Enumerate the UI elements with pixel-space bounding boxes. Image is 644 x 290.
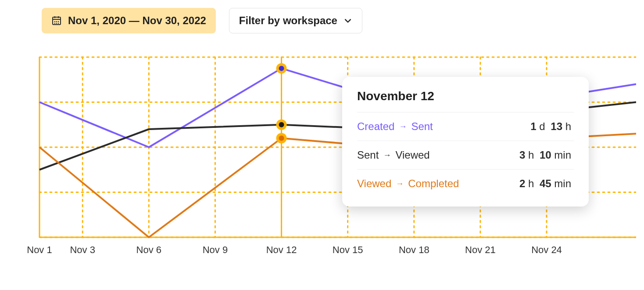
- tooltip-row: Created → Sent 1 d 13 h: [357, 112, 574, 141]
- svg-point-7: [54, 23, 55, 24]
- x-tick-label: Nov 15: [333, 244, 363, 255]
- svg-point-5: [56, 21, 57, 22]
- svg-point-6: [58, 21, 59, 22]
- chart-tooltip: November 12 Created → Sent 1 d 13 h Sent…: [342, 77, 589, 207]
- tooltip-title: November 12: [357, 89, 574, 112]
- arrow-right-icon: →: [396, 179, 404, 188]
- svg-point-4: [54, 21, 55, 22]
- arrow-right-icon: →: [399, 122, 407, 131]
- date-range-label: Nov 1, 2020 — Nov 30, 2022: [68, 14, 206, 27]
- calendar-icon: [51, 15, 62, 26]
- tooltip-row-label: Created → Sent: [357, 120, 433, 133]
- tooltip-row-value: 3 h 10 min: [519, 149, 574, 161]
- tooltip-row-value: 2 h 45 min: [519, 178, 574, 190]
- tooltip-row-value: 1 d 13 h: [530, 120, 574, 133]
- filter-workspace-button[interactable]: Filter by workspace: [229, 8, 362, 33]
- x-tick-label: Nov 12: [266, 244, 297, 255]
- x-tick-label: Nov 21: [465, 244, 496, 255]
- svg-point-8: [56, 23, 57, 24]
- arrow-right-icon: →: [383, 151, 391, 160]
- x-tick-label: Nov 24: [531, 244, 562, 255]
- toolbar: Nov 1, 2020 — Nov 30, 2022 Filter by wor…: [42, 8, 362, 33]
- tooltip-row-label: Viewed → Completed: [357, 178, 459, 190]
- svg-point-9: [58, 23, 59, 24]
- svg-point-27: [279, 66, 284, 71]
- svg-point-31: [279, 136, 284, 141]
- tooltip-row: Sent → Viewed 3 h 10 min: [357, 141, 574, 170]
- tooltip-row-label: Sent → Viewed: [357, 149, 430, 161]
- x-tick-label: Nov 1: [27, 244, 52, 255]
- x-tick-label: Nov 6: [136, 244, 161, 255]
- filter-label: Filter by workspace: [239, 14, 337, 27]
- chevron-down-icon: [343, 16, 352, 25]
- x-tick-label: Nov 9: [203, 244, 228, 255]
- tooltip-row: Viewed → Completed 2 h 45 min: [357, 170, 574, 198]
- x-tick-label: Nov 3: [70, 244, 95, 255]
- x-tick-label: Nov 18: [399, 244, 429, 255]
- date-range-button[interactable]: Nov 1, 2020 — Nov 30, 2022: [42, 8, 216, 33]
- svg-point-29: [279, 122, 284, 127]
